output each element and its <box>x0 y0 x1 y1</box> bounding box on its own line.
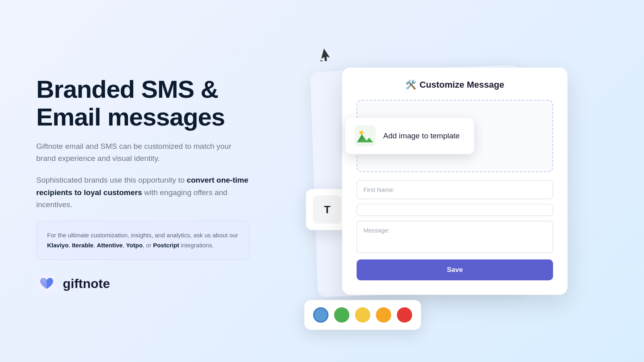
brand-attentive: Attentive <box>97 242 122 249</box>
title-line1: Branded SMS & <box>36 75 218 103</box>
info-box: For the ultimate customization, insights… <box>36 221 250 260</box>
subtitle-text: Giftnote email and SMS can be customized… <box>36 140 250 165</box>
color-green[interactable] <box>334 307 349 323</box>
body-text: Sophisticated brands use this opportunit… <box>36 174 250 211</box>
brand-klaviyo: Klaviyo <box>47 242 68 249</box>
message-field[interactable]: Message: <box>357 221 553 253</box>
svg-line-2 <box>320 60 322 61</box>
color-blue[interactable] <box>313 307 328 323</box>
card-header-title: Customize Message <box>419 80 504 90</box>
logo-area: giftnote <box>36 274 250 294</box>
image-widget[interactable]: Add image to template <box>345 118 474 154</box>
last-name-field[interactable] <box>357 204 553 216</box>
brand-postcript: Postcript <box>153 242 179 249</box>
color-picker-widget <box>304 300 421 330</box>
title-line2: Email messages <box>36 103 225 131</box>
svg-rect-6 <box>355 125 376 146</box>
giftnote-logo-icon <box>36 274 57 294</box>
svg-point-1 <box>43 279 45 282</box>
text-format-button[interactable]: T <box>313 195 341 224</box>
message-label: Message: <box>363 227 390 234</box>
cursor-decoration <box>317 47 335 68</box>
card-header: 🛠️ Customize Message <box>357 80 553 90</box>
image-icon-box <box>353 124 377 148</box>
svg-point-7 <box>359 131 363 135</box>
save-button[interactable]: Save <box>357 259 553 280</box>
info-box-text: For the ultimate customization, insights… <box>47 230 239 251</box>
color-yellow[interactable] <box>355 307 370 323</box>
customize-icon: 🛠️ <box>405 80 416 90</box>
left-panel: Branded SMS & Email messages Giftnote em… <box>0 0 282 362</box>
first-name-label: First Name: <box>363 186 395 193</box>
text-icon: T <box>324 204 330 216</box>
logo-text: giftnote <box>63 276 110 291</box>
first-name-field[interactable]: First Name: <box>357 180 553 199</box>
main-title: Branded SMS & Email messages <box>36 76 250 130</box>
brand-yotpo: Yotpo <box>126 242 142 249</box>
image-drop-area[interactable]: Add image to template <box>357 100 553 172</box>
color-orange[interactable] <box>376 307 391 323</box>
body-before-bold: Sophisticated brands use this opportunit… <box>36 176 187 184</box>
customize-message-card: 🛠️ Customize Message Add i <box>342 68 568 295</box>
image-widget-label: Add image to template <box>383 132 460 140</box>
brand-iterable: Iterable <box>72 242 93 249</box>
color-red[interactable] <box>397 307 412 323</box>
right-panel: T 🛠️ Customize Message <box>282 0 644 362</box>
